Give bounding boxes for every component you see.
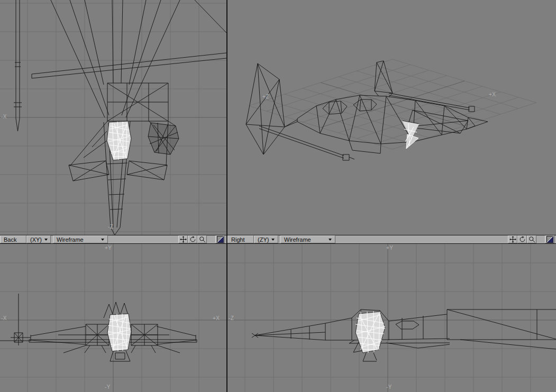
axis-label-pos-z: +Z xyxy=(262,94,269,99)
axis-label-neg-x: -X xyxy=(1,114,7,120)
zoom-icon xyxy=(199,236,206,243)
perspective-wireframe-canvas xyxy=(227,0,556,235)
zoom-icon xyxy=(528,236,535,243)
axis-label-neg-x: -X xyxy=(1,316,7,321)
axis-label-pos-x: +X xyxy=(489,92,496,97)
pan-view-button[interactable] xyxy=(178,235,188,243)
toolbar-viewport-back: Back (XY) Wireframe xyxy=(0,235,226,244)
view-type-dropdown[interactable]: Right xyxy=(227,235,254,243)
chevron-down-icon xyxy=(101,239,104,242)
chevron-down-icon xyxy=(271,239,275,242)
chevron-down-icon xyxy=(329,239,332,242)
view-type-label: Right xyxy=(231,236,245,243)
view-axes-dropdown[interactable]: (ZY) xyxy=(254,235,278,243)
view-axes-dropdown[interactable]: (XY) xyxy=(26,235,51,243)
viewport-back[interactable]: +Y -X +X -Y xyxy=(0,244,226,392)
rotate-icon xyxy=(519,236,526,243)
maximize-icon xyxy=(546,236,553,243)
viewport-right[interactable]: +Y -Z -Y xyxy=(227,244,556,392)
mesh xyxy=(252,309,556,361)
render-mode-label: Wireframe xyxy=(284,236,311,243)
modeler-quad-view: -X -Z xyxy=(0,0,556,392)
viewport-divider[interactable] xyxy=(226,0,227,392)
pan-view-button[interactable] xyxy=(508,235,517,243)
selected-polygons xyxy=(356,311,385,353)
render-mode-dropdown[interactable]: Wireframe xyxy=(53,235,108,243)
back-wireframe-canvas xyxy=(0,244,226,392)
axis-label-neg-z: -Z xyxy=(108,224,113,230)
perspective-grid xyxy=(249,59,536,149)
maximize-viewport-button[interactable] xyxy=(545,235,554,243)
pan-icon xyxy=(180,236,187,243)
top-left-wireframe-canvas xyxy=(0,0,226,235)
axis-label-pos-x: +X xyxy=(213,316,220,321)
right-wireframe-canvas xyxy=(227,244,556,392)
toolbar-spacer xyxy=(108,235,178,243)
axis-label-neg-y: -Y xyxy=(386,385,392,390)
zoom-view-button[interactable] xyxy=(197,235,207,243)
mesh xyxy=(0,294,197,361)
toolbar-gap xyxy=(207,235,215,243)
rotate-view-button[interactable] xyxy=(188,235,197,243)
selected-polygons xyxy=(107,314,131,351)
toolbar-spacer xyxy=(335,235,508,243)
axis-label-pos-y: +Y xyxy=(386,245,394,251)
rotate-icon xyxy=(189,236,196,243)
viewport-top-left[interactable]: -X -Z xyxy=(0,0,226,235)
zoom-view-button[interactable] xyxy=(527,235,536,243)
selected-polygons xyxy=(402,121,419,149)
render-mode-dropdown[interactable]: Wireframe xyxy=(280,235,335,243)
chevron-down-icon xyxy=(44,239,48,242)
viewport-perspective[interactable]: +Z +X xyxy=(227,0,556,235)
axis-label-pos-y: +Y xyxy=(105,245,112,251)
maximize-viewport-button[interactable] xyxy=(215,235,225,243)
axis-label-neg-z: -Z xyxy=(229,316,234,321)
rotate-view-button[interactable] xyxy=(517,235,527,243)
render-mode-label: Wireframe xyxy=(57,236,84,243)
view-axes-label: (XY) xyxy=(30,236,42,243)
view-axes-label: (ZY) xyxy=(258,236,269,243)
selected-polygons xyxy=(107,121,131,160)
maximize-icon xyxy=(217,236,224,243)
grid xyxy=(227,244,556,392)
view-type-label: Back xyxy=(4,236,16,243)
toolbar-gap xyxy=(536,235,545,243)
view-type-dropdown[interactable]: Back xyxy=(0,235,26,243)
pan-icon xyxy=(509,236,516,243)
axis-label-neg-y: -Y xyxy=(105,385,111,390)
toolbar-viewport-right: Right (ZY) Wireframe xyxy=(227,235,556,244)
